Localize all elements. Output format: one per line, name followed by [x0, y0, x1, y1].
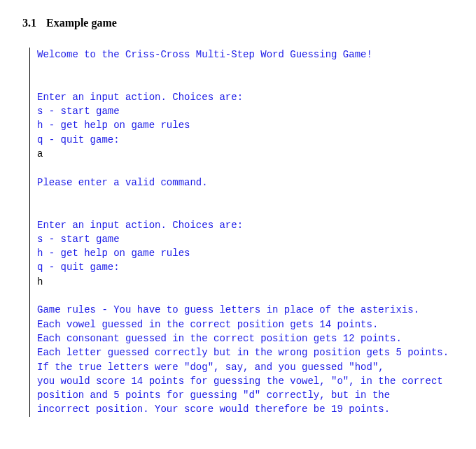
- output-line: q - quit game:: [37, 262, 120, 273]
- output-line: h - get help on game rules: [37, 120, 190, 131]
- output-line: Enter an input action. Choices are:: [37, 220, 243, 231]
- output-line: position and 5 points for guessing "d" c…: [37, 390, 390, 401]
- output-line: Please enter a valid command.: [37, 177, 208, 188]
- section-title: Example game: [46, 17, 117, 29]
- output-line: Each consonant guessed in the correct po…: [37, 333, 402, 344]
- output-line: Each letter guessed correctly but in the…: [37, 347, 449, 358]
- output-line: Welcome to the Criss-Cross Multi-Step Wo…: [37, 49, 372, 60]
- output-line: Game rules - You have to guess letters i…: [37, 304, 419, 315]
- output-line: you would score 14 points for guessing t…: [37, 376, 443, 387]
- output-line: Each vowel guessed in the correct positi…: [37, 319, 378, 330]
- section-heading: 3.1Example game: [22, 17, 454, 29]
- output-line: Enter an input action. Choices are:: [37, 92, 243, 103]
- output-line: s - start game: [37, 234, 120, 245]
- output-line: s - start game: [37, 106, 120, 117]
- input-line: h: [37, 276, 43, 287]
- output-line: If the true letters were "dog", say, and…: [37, 362, 384, 373]
- output-line: q - quit game:: [37, 134, 120, 145]
- terminal-output: Welcome to the Criss-Cross Multi-Step Wo…: [29, 48, 454, 417]
- output-line: incorrect position. Your score would the…: [37, 404, 390, 415]
- section-number: 3.1: [22, 17, 36, 29]
- output-line: h - get help on game rules: [37, 248, 190, 259]
- input-line: a: [37, 148, 43, 159]
